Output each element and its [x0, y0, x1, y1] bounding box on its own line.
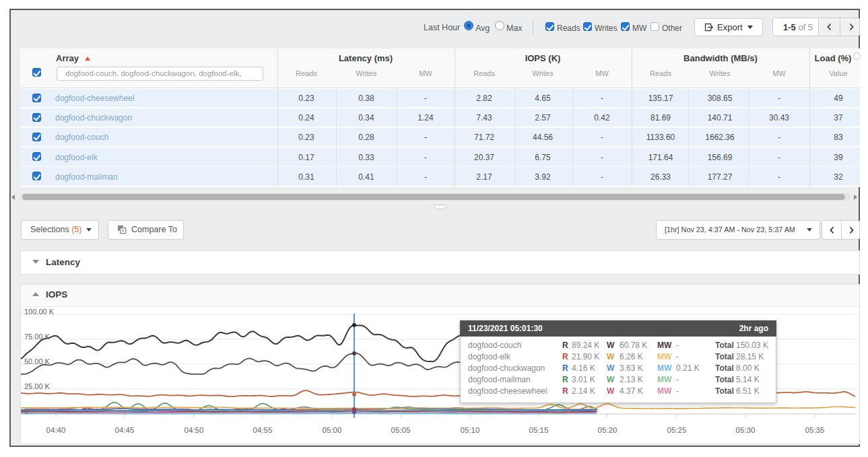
svg-text:04:45: 04:45: [115, 426, 135, 434]
svg-text:05:25: 05:25: [667, 426, 687, 434]
svg-text:05:05: 05:05: [391, 426, 411, 434]
svg-text:75.00 K: 75.00 K: [24, 332, 51, 341]
svg-text:04:40: 04:40: [46, 426, 66, 434]
svg-text:05:10: 05:10: [461, 426, 480, 434]
svg-text:25.00 K: 25.00 K: [24, 382, 51, 390]
svg-text:05:15: 05:15: [529, 426, 549, 434]
svg-text:05:35: 05:35: [805, 426, 825, 434]
svg-text:0: 0: [24, 407, 28, 415]
svg-text:50.00 K: 50.00 K: [24, 357, 51, 365]
svg-text:100.00 K: 100.00 K: [24, 308, 55, 316]
svg-text:05:30: 05:30: [736, 426, 756, 434]
svg-text:04:55: 04:55: [253, 426, 273, 434]
svg-text:04:50: 04:50: [185, 426, 204, 434]
svg-text:05:00: 05:00: [323, 426, 342, 434]
svg-text:05:20: 05:20: [598, 426, 617, 434]
